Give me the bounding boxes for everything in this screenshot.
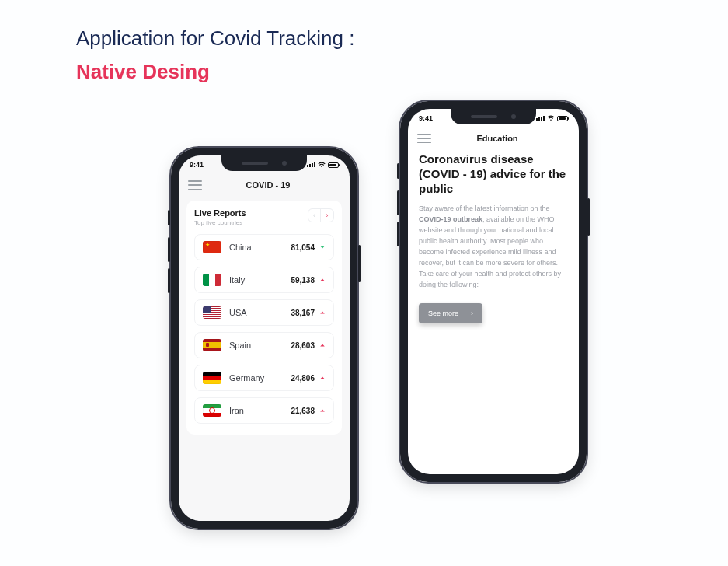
reports-subtitle: Top five countries bbox=[194, 219, 246, 226]
country-row[interactable]: Spain28,603 bbox=[194, 332, 334, 358]
country-row[interactable]: Iran21,638 bbox=[194, 397, 334, 424]
country-row[interactable]: China81,054 bbox=[194, 234, 334, 260]
country-row[interactable]: Germany24,806 bbox=[194, 365, 334, 391]
phone-notch bbox=[451, 109, 536, 124]
nav-bar: COVID - 19 bbox=[179, 174, 350, 196]
flag-icon bbox=[203, 339, 221, 351]
flag-icon bbox=[203, 241, 221, 253]
status-time: 9:41 bbox=[419, 114, 433, 122]
wifi-icon bbox=[318, 162, 326, 168]
pager-next-button[interactable]: › bbox=[321, 209, 333, 222]
country-name: Italy bbox=[229, 275, 291, 285]
country-name: Spain bbox=[229, 341, 291, 350]
heading-line-2: Native Desing bbox=[76, 60, 354, 84]
flag-icon bbox=[203, 372, 221, 384]
country-value: 81,054 bbox=[291, 243, 315, 252]
heading-line-1: Application for Covid Tracking : bbox=[76, 26, 354, 51]
country-row[interactable]: USA38,167 bbox=[194, 299, 334, 326]
status-time: 9:41 bbox=[190, 161, 204, 169]
trend-up-icon bbox=[319, 277, 326, 283]
signal-icon bbox=[536, 116, 545, 121]
battery-icon bbox=[557, 116, 568, 121]
country-value: 59,138 bbox=[291, 276, 315, 285]
nav-bar: Education bbox=[408, 128, 579, 149]
flag-icon bbox=[203, 404, 221, 417]
nav-title: COVID - 19 bbox=[210, 180, 326, 190]
trend-up-icon bbox=[319, 407, 326, 414]
nav-title: Education bbox=[439, 134, 556, 143]
country-name: Germany bbox=[229, 373, 291, 383]
country-value: 21,638 bbox=[291, 407, 315, 415]
trend-up-icon bbox=[319, 309, 326, 316]
country-name: China bbox=[229, 243, 291, 252]
country-list: China81,054Italy59,138USA38,167Spain28,6… bbox=[194, 234, 334, 424]
article-title: Coronavirus disease (COVID - 19) advice … bbox=[419, 152, 568, 196]
trend-up-icon bbox=[319, 342, 326, 348]
trend-up-icon bbox=[319, 375, 326, 381]
chevron-right-icon: › bbox=[471, 309, 473, 317]
education-article: Coronavirus disease (COVID - 19) advice … bbox=[419, 152, 568, 323]
flag-icon bbox=[203, 306, 221, 319]
country-value: 24,806 bbox=[291, 374, 315, 383]
article-body: Stay aware of the latest information on … bbox=[419, 204, 568, 291]
see-more-label: See more bbox=[428, 309, 458, 317]
wifi-icon bbox=[547, 115, 555, 121]
reports-pager: ‹ › bbox=[308, 208, 334, 222]
live-reports-card: Live Reports Top five countries ‹ › Chin… bbox=[186, 201, 342, 435]
flag-icon bbox=[203, 274, 221, 286]
country-name: Iran bbox=[229, 406, 291, 415]
phone-mockup-education: 9:41 Education Coronavirus disease (COVI… bbox=[400, 101, 587, 482]
phone-mockup-reports: 9:41 COVID - 19 Live Reports Top five co… bbox=[171, 148, 357, 529]
menu-icon[interactable] bbox=[417, 134, 431, 143]
reports-title: Live Reports bbox=[194, 208, 246, 218]
country-name: USA bbox=[229, 308, 291, 317]
menu-icon[interactable] bbox=[188, 180, 202, 190]
country-row[interactable]: Italy59,138 bbox=[194, 267, 334, 293]
country-value: 28,603 bbox=[291, 341, 315, 350]
signal-icon bbox=[307, 162, 315, 167]
page-heading: Application for Covid Tracking : Native … bbox=[76, 26, 354, 84]
pager-prev-button[interactable]: ‹ bbox=[308, 209, 321, 222]
phone-notch bbox=[221, 155, 307, 171]
country-value: 38,167 bbox=[291, 309, 315, 317]
see-more-button[interactable]: See more › bbox=[419, 303, 482, 323]
battery-icon bbox=[328, 162, 339, 168]
trend-down-icon bbox=[319, 244, 326, 250]
